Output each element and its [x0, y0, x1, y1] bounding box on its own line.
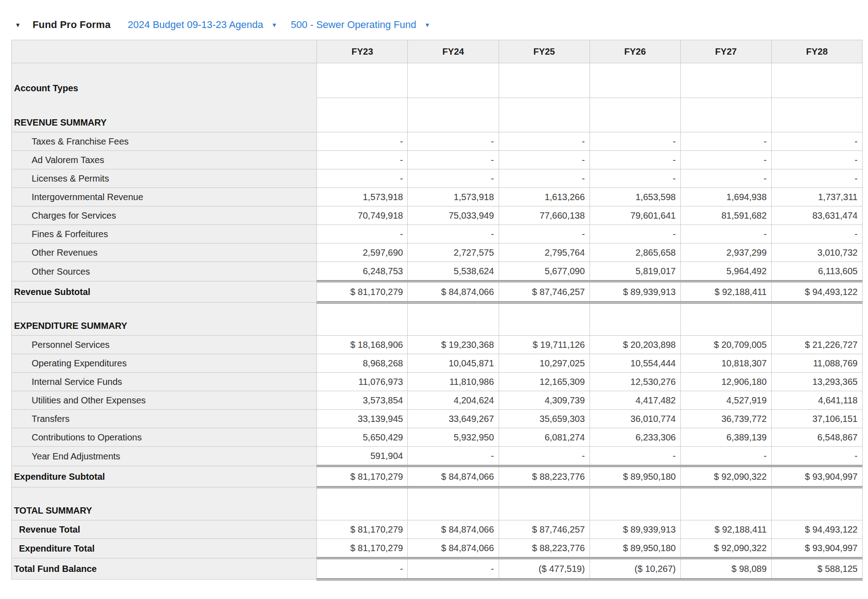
value-cell: 1,653,598: [590, 188, 680, 206]
value-cell: [680, 63, 771, 98]
fund-pro-forma-table: FY23FY24FY25FY26FY27FY28Account TypesREV…: [11, 40, 863, 580]
value-cell: $ 81,170,279: [317, 466, 408, 487]
row-label-cell: Utilities and Other Expenses: [12, 391, 317, 410]
value-cell: [771, 487, 862, 520]
value-cell: $ 19,711,126: [499, 336, 590, 354]
fund-dropdown[interactable]: 500 - Sewer Operating Fund ▼: [291, 19, 430, 31]
value-cell: 81,591,682: [680, 206, 771, 225]
table-row: Contributions to Operations5,650,4295,93…: [12, 428, 863, 447]
column-header-row: FY23FY24FY25FY26FY27FY28: [12, 40, 863, 63]
row-label-cell: EXPENDITURE SUMMARY: [12, 303, 317, 336]
value-cell: [499, 98, 590, 132]
table-row: Ad Valorem Taxes------: [12, 151, 863, 169]
chevron-down-icon[interactable]: ▼: [271, 22, 277, 28]
value-cell: [680, 98, 771, 132]
column-header-cell: FY25: [499, 40, 590, 63]
value-cell: $ 88,223,776: [499, 539, 590, 558]
table-row: Account Types: [12, 63, 863, 98]
value-cell: $ 20,203,898: [590, 336, 680, 354]
value-cell: $ 94,493,122: [771, 281, 862, 303]
value-cell: 6,548,867: [771, 428, 862, 447]
value-cell: [771, 63, 862, 98]
value-cell: -: [499, 225, 590, 243]
value-cell: 70,749,918: [317, 206, 408, 225]
row-label-cell: Charges for Services: [12, 206, 317, 225]
value-cell: 4,641,118: [771, 391, 862, 410]
value-cell: $ 81,170,279: [317, 520, 408, 539]
value-cell: 12,165,309: [499, 373, 590, 391]
value-cell: 77,660,138: [499, 206, 590, 225]
row-label-cell: Ad Valorem Taxes: [12, 151, 317, 169]
value-cell: -: [317, 151, 408, 169]
table-row: Internal Service Funds11,076,97311,810,9…: [12, 373, 863, 391]
value-cell: $ 84,874,066: [408, 520, 499, 539]
value-cell: 11,810,986: [408, 373, 499, 391]
value-cell: -: [317, 225, 408, 243]
value-cell: -: [590, 151, 680, 169]
value-cell: 79,601,641: [590, 206, 680, 225]
value-cell: 2,937,299: [680, 243, 771, 262]
budget-version-dropdown[interactable]: 2024 Budget 09-13-23 Agenda ▼: [128, 19, 278, 31]
value-cell: 11,076,973: [317, 373, 408, 391]
table-row: Expenditure Subtotal$ 81,170,279$ 84,874…: [12, 466, 863, 487]
value-cell: 75,033,949: [408, 206, 499, 225]
value-cell: 2,597,690: [317, 243, 408, 262]
value-cell: [590, 303, 680, 336]
budget-version-dropdown-label[interactable]: 2024 Budget 09-13-23 Agenda: [128, 19, 264, 31]
value-cell: $ 92,090,322: [680, 466, 771, 487]
value-cell: -: [408, 169, 499, 188]
row-label-cell: Fines & Forfeitures: [12, 225, 317, 243]
value-cell: 8,968,268: [317, 354, 408, 373]
value-cell: 3,010,732: [771, 243, 862, 262]
value-cell: [680, 487, 771, 520]
value-cell: 35,659,303: [499, 410, 590, 428]
page-title: Fund Pro Forma: [33, 19, 111, 31]
value-cell: 37,106,151: [771, 410, 862, 428]
value-cell: 5,650,429: [317, 428, 408, 447]
value-cell: $ 21,226,727: [771, 336, 862, 354]
value-cell: $ 93,904,997: [771, 539, 862, 558]
value-cell: $ 92,090,322: [680, 539, 771, 558]
value-cell: 1,613,266: [499, 188, 590, 206]
value-cell: [590, 98, 680, 132]
value-cell: 5,932,950: [408, 428, 499, 447]
value-cell: -: [408, 558, 499, 580]
value-cell: $ 84,874,066: [408, 539, 499, 558]
value-cell: $ 88,223,776: [499, 466, 590, 487]
table-row: Licenses & Permits------: [12, 169, 863, 188]
corner-header-cell: [12, 40, 317, 63]
row-label-cell: Licenses & Permits: [12, 169, 317, 188]
value-cell: $ 89,939,913: [590, 520, 680, 539]
value-cell: $ 94,493,122: [771, 520, 862, 539]
collapse-arrow-icon[interactable]: ▼: [15, 22, 21, 28]
value-cell: 5,819,017: [590, 262, 680, 281]
row-label-cell: Contributions to Operations: [12, 428, 317, 447]
value-cell: 5,677,090: [499, 262, 590, 281]
value-cell: -: [590, 132, 680, 151]
value-cell: -: [680, 225, 771, 243]
value-cell: [317, 303, 408, 336]
value-cell: -: [771, 151, 862, 169]
value-cell: $ 92,188,411: [680, 281, 771, 303]
column-header-cell: FY26: [590, 40, 680, 63]
row-label-cell: Intergovernmental Revenue: [12, 188, 317, 206]
row-label-cell: TOTAL SUMMARY: [12, 487, 317, 520]
value-cell: 3,573,854: [317, 391, 408, 410]
value-cell: [317, 98, 408, 132]
fund-dropdown-label[interactable]: 500 - Sewer Operating Fund: [291, 19, 416, 31]
chevron-down-icon[interactable]: ▼: [425, 22, 430, 28]
row-label-cell: Internal Service Funds: [12, 373, 317, 391]
value-cell: $ 98,089: [680, 558, 771, 580]
table-row: Taxes & Franchise Fees------: [12, 132, 863, 151]
value-cell: [408, 303, 499, 336]
table-row: Year End Adjustments591,904-----: [12, 447, 863, 466]
row-label-cell: Year End Adjustments: [12, 447, 317, 466]
row-label-cell: Operating Expenditures: [12, 354, 317, 373]
value-cell: 4,417,482: [590, 391, 680, 410]
value-cell: [408, 98, 499, 132]
value-cell: -: [499, 132, 590, 151]
value-cell: -: [590, 447, 680, 466]
row-label-cell: Taxes & Franchise Fees: [12, 132, 317, 151]
value-cell: [408, 63, 499, 98]
row-label-cell: REVENUE SUMMARY: [12, 98, 317, 132]
